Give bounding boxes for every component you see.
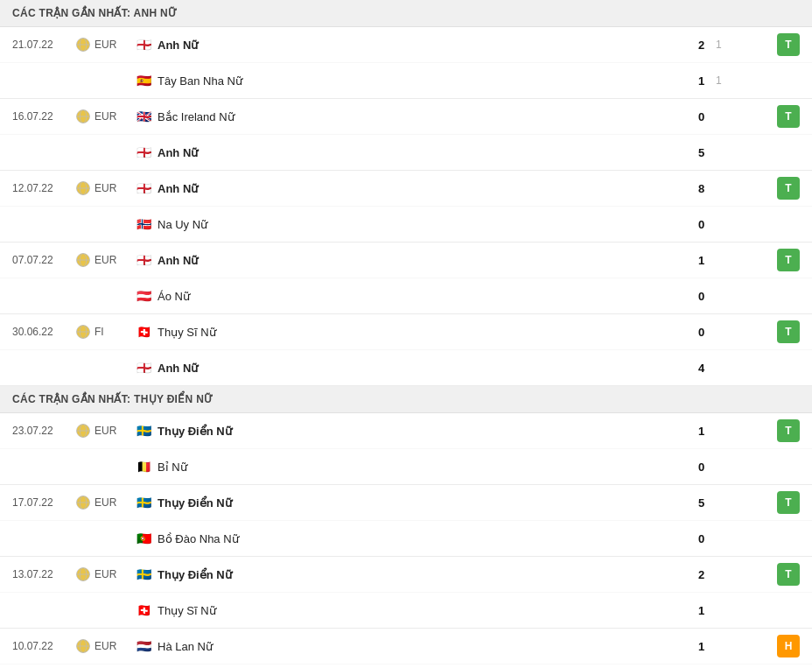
score-row: 0 (698, 110, 709, 123)
score-main: 1 (698, 254, 709, 267)
match-competition: EUR (75, 495, 128, 510)
result-badge (777, 285, 800, 307)
score-row: 1 (698, 604, 709, 617)
team-info: 🇳🇴Na Uy Nữ (128, 218, 690, 231)
team-name: Thụy Sĩ Nữ (158, 604, 216, 617)
team-name: Na Uy Nữ (158, 218, 207, 231)
globe-icon (75, 566, 91, 582)
globe-icon (75, 638, 91, 654)
match-block: 21.07.22EUR🏴󠁧󠁢󠁥󠁮󠁧󠁿Anh Nữ21T🇪🇸Tây Ban Nha… (0, 27, 812, 99)
team-name: Anh Nữ (158, 146, 198, 159)
score-row: 11 (698, 74, 722, 88)
team-info: 🏴󠁧󠁢󠁥󠁮󠁧󠁿Anh Nữ (128, 254, 690, 267)
match-date: 13.07.22 (12, 568, 75, 580)
team-flag: 🇪🇸 (135, 74, 152, 87)
team-info: 🇸🇪Thụy Điển Nữ (128, 425, 690, 438)
match-date: 21.07.22 (12, 39, 75, 51)
score-col: 0 (690, 532, 760, 545)
score-col: 8 (690, 182, 760, 195)
score-row: 1 (698, 425, 709, 438)
match-competition: EUR (75, 638, 128, 654)
score-main: 2 (698, 39, 709, 52)
score-main: 0 (698, 532, 709, 545)
team-name: Thụy Sĩ Nữ (158, 326, 216, 339)
match-row: 16.07.22EUR🇬🇧Bắc Ireland Nữ0T (0, 99, 812, 135)
result-badge (777, 599, 800, 622)
score-sub: 1 (716, 74, 722, 87)
match-row: 🇨🇭Thụy Sĩ Nữ1 (0, 593, 812, 628)
result-badge: T (777, 491, 800, 514)
comp-label: EUR (94, 640, 116, 652)
score-main: 0 (698, 110, 709, 123)
team-info: 🇵🇹Bồ Đào Nha Nữ (128, 532, 690, 545)
team-info: 🇸🇪Thụy Điển Nữ (128, 496, 690, 510)
score-row: 21 (698, 39, 722, 52)
team-flag: 🇸🇪 (135, 496, 152, 509)
team-flag: 🇦🇹 (135, 290, 152, 302)
score-main: 8 (698, 182, 709, 195)
match-date: 07.07.22 (12, 254, 75, 266)
globe-icon (75, 37, 91, 53)
globe-icon (75, 495, 91, 510)
result-badge (777, 69, 800, 92)
team-name: Tây Ban Nha Nữ (158, 74, 242, 88)
score-col: 0 (690, 290, 760, 303)
score-row: 8 (698, 182, 709, 195)
match-competition: FI (75, 324, 128, 340)
team-flag: 🇵🇹 (135, 532, 152, 545)
comp-label: EUR (94, 254, 116, 266)
match-row: 🏴󠁧󠁢󠁥󠁮󠁧󠁿Anh Nữ4 (0, 350, 812, 385)
globe-icon (75, 324, 91, 340)
score-col: 0 (690, 218, 760, 231)
score-main: 5 (698, 146, 709, 159)
score-sub: 1 (716, 39, 722, 51)
comp-label: EUR (94, 425, 116, 437)
team-info: 🇧🇪Bỉ Nữ (128, 461, 690, 474)
score-main: 0 (698, 218, 709, 231)
score-col: 1 (690, 254, 760, 267)
match-block: 12.07.22EUR🏴󠁧󠁢󠁥󠁮󠁧󠁿Anh Nữ8T🇳🇴Na Uy Nữ0 (0, 171, 812, 243)
score-main: 0 (698, 326, 709, 339)
comp-label: EUR (94, 182, 116, 194)
score-row: 1 (698, 640, 709, 653)
match-competition: EUR (75, 566, 128, 582)
result-badge: T (777, 563, 800, 586)
score-col: 0 (690, 326, 760, 339)
score-row: 0 (698, 326, 709, 339)
result-badge (777, 141, 800, 164)
score-col: 0 (690, 110, 760, 123)
match-block: 13.07.22EUR🇸🇪Thụy Điển Nữ2T🇨🇭Thụy Sĩ Nữ1 (0, 557, 812, 629)
match-row: 21.07.22EUR🏴󠁧󠁢󠁥󠁮󠁧󠁿Anh Nữ21T (0, 27, 812, 63)
match-date: 10.07.22 (12, 640, 75, 652)
match-block: 23.07.22EUR🇸🇪Thụy Điển Nữ1T🇧🇪Bỉ Nữ0 (0, 413, 812, 485)
score-main: 4 (698, 362, 709, 375)
match-date: 17.07.22 (12, 496, 75, 509)
section-header-anh-nu: CÁC TRẬN GẦN NHẤT: ANH NỮ (0, 0, 812, 27)
team-name: Anh Nữ (158, 254, 198, 267)
team-flag: 🇨🇭 (135, 326, 152, 338)
match-row: 🇳🇴Na Uy Nữ0 (0, 207, 812, 242)
match-row: 12.07.22EUR🏴󠁧󠁢󠁥󠁮󠁧󠁿Anh Nữ8T (0, 171, 812, 207)
score-main: 1 (698, 604, 709, 617)
score-col: 1 (690, 604, 760, 617)
match-row: 10.07.22EUR🇳🇱Hà Lan Nữ1H (0, 629, 812, 664)
team-flag: 🏴󠁧󠁢󠁥󠁮󠁧󠁿 (135, 362, 152, 374)
result-badge (777, 356, 800, 379)
team-name: Thụy Điển Nữ (158, 496, 232, 510)
match-block: 30.06.22FI🇨🇭Thụy Sĩ Nữ0T🏴󠁧󠁢󠁥󠁮󠁧󠁿Anh Nữ4 (0, 314, 812, 386)
team-name: Bắc Ireland Nữ (158, 110, 234, 123)
score-row: 5 (698, 496, 709, 510)
team-name: Anh Nữ (158, 362, 198, 375)
team-flag: 🇬🇧 (135, 110, 152, 123)
match-row: 🏴󠁧󠁢󠁥󠁮󠁧󠁿Anh Nữ5 (0, 135, 812, 170)
team-flag: 🇳🇱 (135, 640, 152, 652)
team-name: Thụy Điển Nữ (158, 425, 232, 438)
match-row: 🇪🇸Tây Ban Nha Nữ11 (0, 63, 812, 98)
result-badge: T (777, 320, 800, 343)
team-info: 🇳🇱Hà Lan Nữ (128, 640, 690, 653)
globe-icon (75, 252, 91, 268)
team-flag: 🏴󠁧󠁢󠁥󠁮󠁧󠁿 (135, 39, 152, 51)
score-main: 2 (698, 568, 709, 581)
result-badge (777, 213, 800, 236)
match-row: 🇧🇪Bỉ Nữ0 (0, 449, 812, 484)
